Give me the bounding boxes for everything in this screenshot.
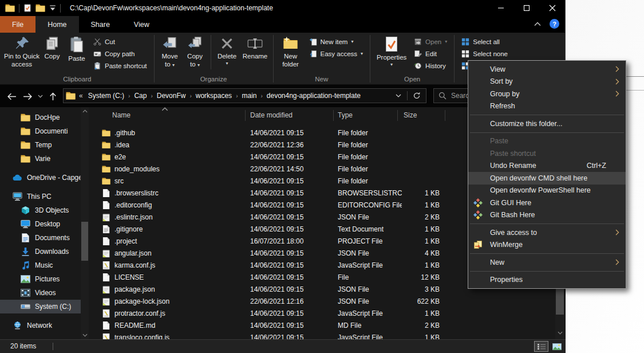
copy-button[interactable]: Copy [40,34,64,61]
menu-item-git-bash-here[interactable]: Git Bash Here [468,209,626,222]
sidebar-item-3d-objects[interactable]: 3D Objects [0,203,81,217]
menu-item-open-devonfw-cmd-shell-here[interactable]: Open devonfw CMD shell here [468,172,626,185]
sidebar-item-pictures[interactable]: Pictures [0,272,81,286]
paste-button[interactable]: Paste [64,34,89,63]
menu-item-git-gui-here[interactable]: Git GUI Here [468,197,626,209]
delete-button[interactable]: Delete ▾ [214,34,240,66]
rename-button[interactable]: Rename [240,34,270,61]
copy-icon [45,36,60,51]
address-field[interactable]: « System (C:)›Cap›DevonFw›workspaces›mai… [63,88,426,103]
column-header-date-modified[interactable]: Date modified [250,111,293,119]
easy-access-button[interactable]: Easy access ▾ [305,48,368,60]
scroll-down-icon[interactable] [555,329,564,337]
refresh-icon[interactable] [413,92,421,100]
forward-button[interactable] [21,89,34,103]
menu-item-label: Properties [490,276,523,284]
qat-customize-dropdown-icon[interactable] [49,5,56,11]
new-item-button[interactable]: New item ▾ [305,36,368,48]
select-all-button[interactable]: Select all [457,36,521,48]
details-view-button[interactable] [534,341,548,352]
scroll-down-icon[interactable] [81,331,89,339]
file-type: File folder [338,141,402,149]
history-button[interactable]: History [410,60,451,72]
close-button[interactable] [539,0,565,16]
sidebar-item-videos[interactable]: Videos [0,286,81,300]
tab-file[interactable]: File [0,16,35,33]
menu-item-new[interactable]: New [468,256,626,269]
menu-item-refresh[interactable]: Refresh [468,100,626,113]
qat-properties-icon[interactable] [23,4,31,12]
sidebar-item-documents[interactable]: Documents [0,231,81,245]
move-to-button[interactable]: Move to ▾ [157,34,183,69]
menu-item-undo-rename[interactable]: Undo RenameCtrl+Z [468,160,626,172]
file-row-protractor-conf-js[interactable]: protractor.conf.js14/06/2021 09:15JavaSc… [92,307,555,319]
menu-separator [470,132,624,133]
minimize-button[interactable] [488,0,513,16]
column-divider[interactable] [445,110,445,121]
breadcrumb-segment[interactable]: main [238,92,260,100]
sidebar-item-temp[interactable]: Temp [0,138,81,152]
tab-home[interactable]: Home [35,16,78,33]
edit-button[interactable]: Edit [410,48,451,60]
breadcrumb-segment[interactable]: Cap [130,92,151,100]
up-button[interactable] [46,89,60,103]
cut-button[interactable]: Cut [89,36,151,48]
select-none-button[interactable]: Select none [457,48,521,60]
paste-shortcut-button[interactable]: Paste shortcut [89,60,151,72]
file-row-readme-md[interactable]: README.md14/06/2021 09:15MD File2 KB [92,319,555,331]
sidebar-item-dochpe[interactable]: DocHpe [0,111,81,124]
tab-view[interactable]: View [122,16,161,33]
menu-item-winmerge[interactable]: WinMerge [468,239,626,252]
maximize-button[interactable] [513,0,539,16]
file-type: File folder [338,153,402,161]
help-icon[interactable]: ? [550,19,559,29]
collapse-ribbon-icon[interactable] [534,22,541,26]
sidebar-item-system-c[interactable]: System (C:) [0,300,81,313]
copy-path-button[interactable]: Copy path [89,48,151,60]
menu-item-open-devonfw-powershell-here[interactable]: Open devonfw PowerShell here [468,185,626,197]
menu-item-customize-this-folder[interactable]: Customize this folder... [468,117,626,130]
sidebar-item-documenti[interactable]: Documenti [0,124,81,138]
menu-item-properties[interactable]: Properties [468,274,626,287]
back-button[interactable] [5,89,18,103]
qat-new-folder-icon[interactable] [35,3,45,13]
breadcrumb-overflow[interactable]: « [76,92,84,100]
column-header-name[interactable]: Name [112,111,131,119]
breadcrumb-segment[interactable]: System (C:) [84,92,128,100]
menu-item-give-access-to[interactable]: Give access to [468,226,626,239]
tab-share[interactable]: Share [79,16,122,33]
file-name: .gitignore [114,225,243,233]
breadcrumb-segment[interactable]: devon4ng-application-template [263,92,365,100]
sidebar-item-desktop[interactable]: Desktop [0,217,81,231]
sidebar-scrollbar-thumb[interactable] [81,222,88,261]
thumbnails-view-button[interactable] [550,341,564,352]
pin-to-quick-access-button[interactable]: Pin to Quick access [3,34,40,69]
file-row-transloco-config-js[interactable]: transloco.config.js14/06/2021 09:15JavaS… [92,331,555,339]
sidebar-item-varie[interactable]: Varie [0,152,81,166]
recent-locations-button[interactable] [35,89,45,103]
column-divider[interactable] [333,110,334,121]
breadcrumb-segment[interactable]: DevonFw [153,92,190,100]
column-header-size[interactable]: Size [404,111,417,119]
column-divider[interactable] [245,110,246,121]
menu-item-view[interactable]: View [468,63,626,76]
menu-item-sort-by[interactable]: Sort by [468,76,626,88]
file-date-modified: 14/06/2021 09:15 [250,334,303,340]
sidebar-item-network[interactable]: Network [0,319,81,332]
copy-to-button[interactable]: Copy to ▾ [183,34,208,69]
properties-button[interactable]: Properties ▾ [373,34,410,67]
breadcrumb-segment[interactable]: workspaces [192,92,236,100]
sidebar-item-downloads[interactable]: Downloads [0,245,81,258]
column-divider[interactable] [397,110,398,121]
menu-item-group-by[interactable]: Group by [468,88,626,100]
sidebar-item-music[interactable]: Music [0,258,81,272]
column-header-type[interactable]: Type [338,111,353,119]
new-folder-button[interactable]: New folder [276,34,305,69]
sidebar-scrollbar[interactable] [81,107,89,339]
sidebar-item-this-pc[interactable]: This PC [0,190,81,203]
sidebar-item-onedrive-capge[interactable]: OneDrive - Capge [0,171,81,185]
address-history-chevron-icon[interactable] [396,94,401,97]
file-row-package-lock-json[interactable]: package-lock.json22/06/2021 12:16JSON Fi… [92,295,555,307]
scroll-up-icon[interactable] [81,107,89,115]
window-title: C:\Cap\DevonFw\workspaces\main\devon4ng-… [70,4,273,12]
